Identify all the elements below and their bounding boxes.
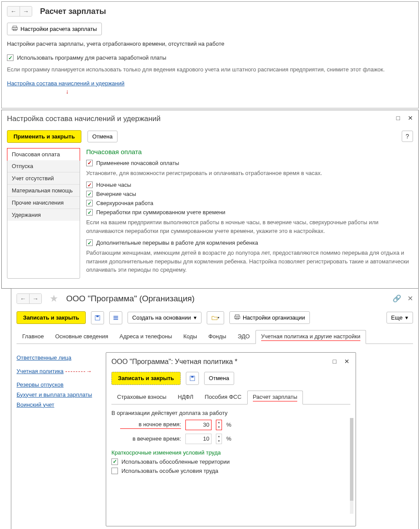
night-input[interactable]: 30: [185, 420, 212, 430]
link-icon[interactable]: 🔗: [393, 294, 401, 303]
org-settings-button[interactable]: Настройки организации: [229, 311, 310, 324]
link-accounting-policy[interactable]: Учетная политика: [17, 368, 64, 374]
accruals-config-panel: □ ✕ Настройка состава начислений и удерж…: [1, 110, 419, 289]
scrollbar-thumb[interactable]: [350, 418, 353, 501]
tab-insurance[interactable]: Страховые взносы: [111, 391, 172, 404]
svg-rect-4: [96, 315, 98, 317]
save-close-button[interactable]: Записать и закрыть: [111, 372, 181, 385]
folder-icon: [212, 315, 218, 321]
tab-main[interactable]: Главное: [17, 330, 50, 344]
cancel-button[interactable]: Отмена: [87, 131, 118, 142]
breaks-hint: Работающим женщинам, имеющим детей в воз…: [86, 249, 413, 274]
arrow-down-icon: ↓: [66, 88, 413, 95]
evening-label: в вечернее время:: [120, 435, 181, 442]
nav-arrows: ← →: [7, 6, 32, 17]
chevron-down-icon: ▾: [194, 314, 197, 321]
tab-details[interactable]: Основные сведения: [50, 330, 114, 344]
form-header: В организации действует доплата за работ…: [111, 410, 350, 416]
floppy-icon: [189, 375, 195, 381]
content-area: Почасовая оплата Применение почасовой оп…: [86, 148, 413, 279]
chevron-down-icon: ▾: [218, 316, 219, 320]
evening-spinner[interactable]: ▲▼: [216, 434, 222, 444]
breaks-checkbox[interactable]: Дополнительные перерывы в работе для кор…: [86, 239, 413, 246]
close-icon[interactable]: ✕: [344, 358, 349, 365]
spreadsheet-button[interactable]: [109, 311, 122, 324]
svg-rect-6: [114, 317, 118, 318]
back-button[interactable]: ←: [17, 294, 29, 303]
sidebar-item-aid[interactable]: Материальная помощь: [7, 185, 80, 197]
chevron-down-icon: ▾: [405, 314, 408, 321]
close-icon[interactable]: ✕: [407, 294, 413, 303]
night-spinner[interactable]: ▲▼: [216, 420, 222, 430]
forward-button[interactable]: →: [20, 7, 32, 16]
scrollbar[interactable]: [350, 418, 353, 514]
tab-addresses[interactable]: Адреса и телефоны: [114, 330, 178, 344]
apply-close-button[interactable]: Применить и закрыть: [7, 130, 81, 143]
salary-settings-button[interactable]: Настройки расчета зарплаты: [7, 23, 102, 35]
evening-hours-checkbox[interactable]: Вечерние часы: [86, 191, 413, 197]
checkbox-icon: [111, 468, 118, 474]
config-accruals-link[interactable]: Настройка состава начислений и удержаний: [7, 80, 124, 87]
svg-rect-0: [13, 26, 17, 28]
percent-label: %: [226, 435, 232, 442]
night-hours-checkbox[interactable]: Ночные часы: [86, 182, 413, 188]
svg-rect-8: [235, 315, 239, 317]
back-button[interactable]: ←: [7, 7, 20, 16]
sidebar-item-deductions[interactable]: Удержания: [7, 209, 80, 221]
hourly-pay-hint: Установите, для возможности регистрирова…: [86, 169, 413, 178]
use-program-checkbox[interactable]: Использовать программу для расчета зараб…: [7, 54, 166, 61]
folder-button[interactable]: ▾: [207, 311, 224, 324]
svg-rect-5: [114, 316, 118, 317]
list-icon: [113, 315, 119, 321]
checkbox-icon: [86, 239, 93, 246]
create-based-button[interactable]: Создать на основании ▾: [128, 312, 202, 323]
forward-button[interactable]: →: [29, 294, 41, 303]
checkbox-icon: [86, 182, 93, 188]
tab-ndfl[interactable]: НДФЛ: [172, 391, 199, 404]
overtime-checkbox[interactable]: Сверхурочная работа: [86, 200, 413, 206]
save-button[interactable]: [186, 372, 199, 385]
tab-benefits[interactable]: Пособия ФСС: [199, 391, 247, 404]
checkbox-icon: [86, 191, 93, 197]
conditions-checkbox[interactable]: Использовать особые условия труда: [111, 468, 350, 474]
sidebar-item-vacation[interactable]: Отпуска: [7, 160, 80, 172]
checkbox-icon: [86, 209, 93, 216]
page-title: Расчет зарплаты: [40, 7, 106, 16]
inner-tabs: Страховые взносы НДФЛ Пособия ФСС Расчет…: [111, 390, 350, 404]
up-icon: ▲: [218, 435, 220, 438]
section-title: Почасовая оплата: [86, 148, 413, 155]
summed-overtime-checkbox[interactable]: Переработки при суммированном учете врем…: [86, 209, 413, 216]
checkbox-icon: [7, 54, 13, 61]
close-icon[interactable]: ✕: [408, 115, 413, 121]
help-button[interactable]: ?: [402, 131, 413, 142]
window-controls: 🔗 ✕: [393, 294, 413, 303]
settings-description: Настройки расчета зарплаты, учета отрабо…: [7, 40, 413, 48]
tab-edo[interactable]: ЭДО: [232, 330, 255, 344]
save-button[interactable]: [91, 311, 104, 324]
down-icon: ▼: [218, 440, 220, 442]
maximize-icon[interactable]: □: [333, 358, 336, 365]
tabs: Главное Основные сведения Адреса и телеф…: [17, 330, 413, 344]
window-controls: □ ✕: [333, 358, 349, 365]
printer-icon: [12, 25, 18, 33]
cancel-button[interactable]: Отмена: [204, 372, 234, 385]
tab-salary[interactable]: Расчет зарплаты: [247, 391, 303, 404]
tab-accounting-policy[interactable]: Учетная политика и другие настройки: [255, 330, 366, 344]
salary-settings-panel: ← → Расчет зарплаты Настройки расчета за…: [1, 1, 419, 108]
sidebar-item-absence[interactable]: Учет отсутствий: [7, 172, 80, 185]
hourly-pay-checkbox[interactable]: Применение почасовой оплаты: [86, 160, 413, 166]
modal-title: ООО "Программа": Учетная политика *: [111, 358, 350, 366]
tab-codes[interactable]: Коды: [178, 330, 202, 344]
save-close-button[interactable]: Записать и закрыть: [17, 311, 86, 324]
evening-input[interactable]: 10: [185, 434, 212, 444]
territories-checkbox[interactable]: Использовать обособленные территории: [111, 458, 350, 465]
more-button[interactable]: Еще ▾: [386, 312, 413, 323]
overtime-hint: Если на вашем предприятии выполняются ра…: [86, 218, 413, 235]
sidebar-item-other[interactable]: Прочие начисления: [7, 197, 80, 209]
star-icon[interactable]: ★: [50, 293, 58, 304]
maximize-icon[interactable]: □: [396, 115, 400, 121]
down-icon: ▼: [218, 426, 220, 428]
accounting-policy-modal: □ ✕ ООО "Программа": Учетная политика * …: [106, 352, 356, 526]
tab-funds[interactable]: Фонды: [203, 330, 232, 344]
sidebar-item-hourly[interactable]: Почасовая оплата: [7, 148, 80, 161]
